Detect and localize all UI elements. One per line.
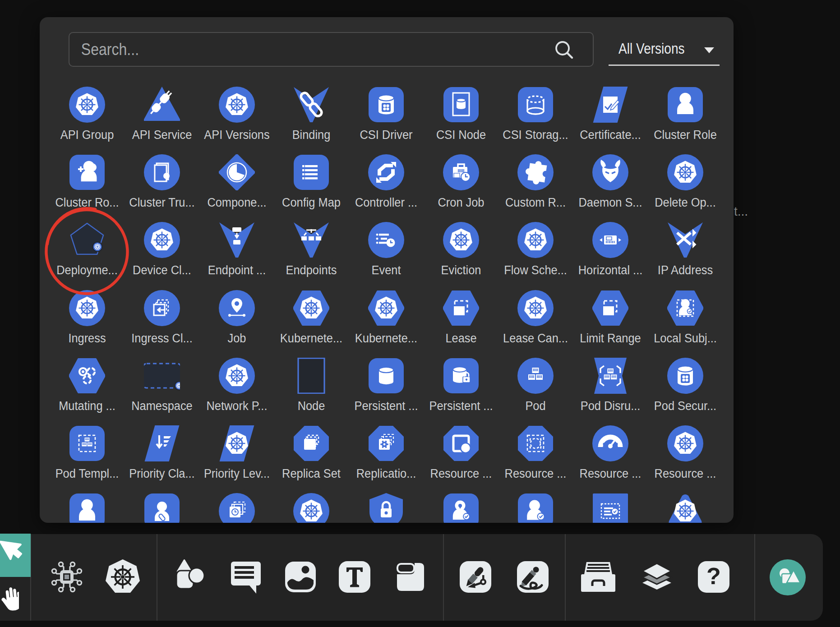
svg-text:?: ? bbox=[706, 563, 721, 589]
